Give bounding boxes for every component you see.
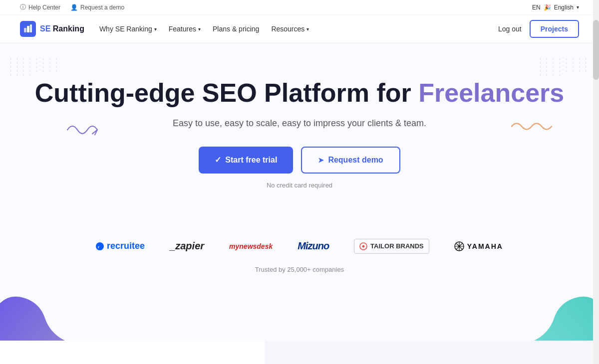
squiggle-right-decoration <box>509 116 559 138</box>
recruitee-logo: r recruitee <box>96 241 145 251</box>
bottom-content-section: The Complete Toolkit to Perfect Your SEO… <box>0 341 599 364</box>
nav-why[interactable]: Why SE Ranking ▾ <box>99 25 157 33</box>
nav-resources[interactable]: Resources ▾ <box>271 25 309 33</box>
send-icon: ➤ <box>318 156 324 164</box>
nav-links: Why SE Ranking ▾ Features ▾ Plans & pric… <box>99 25 309 33</box>
top-bar-left: ⓘ Help Center 👤 Request a demo <box>20 3 124 11</box>
nav-left: SE Ranking Why SE Ranking ▾ Features ▾ P… <box>20 21 309 37</box>
help-center-label: Help Center <box>28 4 60 11</box>
flag-icon: 🎉 <box>544 4 551 11</box>
zapier-logo: _zapier <box>170 240 204 252</box>
language-code: EN <box>532 4 541 11</box>
bottom-left-panel: The Complete Toolkit to Perfect Your SEO <box>0 341 265 364</box>
mynewsdesk-logo: mynewsdesk <box>229 242 273 250</box>
blob-spacer <box>0 288 599 341</box>
squiggle-left-decoration <box>65 120 115 142</box>
language-selector[interactable]: EN 🎉 English ▾ <box>532 4 579 11</box>
logos-section: r recruitee _zapier mynewsdesk Mizuno TA… <box>0 214 599 288</box>
bottom-right-panel: Track your SEO progress and make timely … <box>265 341 599 364</box>
tailor-brands-logo: TAILOR BRANDS <box>354 239 429 254</box>
no-credit-text: No credit card required <box>20 182 579 189</box>
svg-text:r: r <box>98 245 99 249</box>
dot-pattern-right <box>540 58 589 76</box>
nav-right: Log out Projects <box>498 20 579 38</box>
nav-features[interactable]: Features ▾ <box>169 25 201 33</box>
brand-logos-row: r recruitee _zapier mynewsdesk Mizuno TA… <box>20 239 579 254</box>
logo-icon <box>20 21 36 37</box>
chevron-why-icon: ▾ <box>154 26 157 32</box>
blob-left <box>0 288 65 341</box>
logo-text: SE Ranking <box>40 24 84 33</box>
scrollbar[interactable] <box>593 0 599 364</box>
nav-pricing[interactable]: Plans & pricing <box>213 25 259 33</box>
language-name: English <box>554 4 574 11</box>
top-bar: ⓘ Help Center 👤 Request a demo EN 🎉 Engl… <box>0 0 599 15</box>
scrollbar-thumb[interactable] <box>593 20 599 80</box>
chevron-down-icon: ▾ <box>577 4 579 10</box>
request-demo-button[interactable]: ➤ Request demo <box>301 147 400 174</box>
svg-point-3 <box>96 242 104 250</box>
mizuno-logo: Mizuno <box>298 240 329 252</box>
svg-rect-0 <box>24 28 26 32</box>
help-center-link[interactable]: ⓘ Help Center <box>20 3 60 11</box>
navbar: SE Ranking Why SE Ranking ▾ Features ▾ P… <box>0 15 599 43</box>
hero-title: Cutting-edge SEO Platform for Freelancer… <box>20 78 579 108</box>
trusted-text: Trusted by 25,000+ companies <box>20 266 579 273</box>
svg-rect-2 <box>30 24 32 32</box>
checkmark-icon: ✓ <box>215 155 221 165</box>
person-icon: 👤 <box>70 4 78 11</box>
blob-right <box>534 288 599 341</box>
request-demo-link[interactable]: 👤 Request a demo <box>70 4 124 11</box>
svg-rect-1 <box>27 26 29 32</box>
request-demo-label: Request a demo <box>80 4 124 11</box>
logout-button[interactable]: Log out <box>498 25 522 33</box>
dot-pattern-left <box>10 58 59 76</box>
chevron-resources-icon: ▾ <box>306 26 309 32</box>
yamaha-logo: YAMAHA <box>454 241 503 251</box>
logo[interactable]: SE Ranking <box>20 21 84 37</box>
hero-buttons: ✓ Start free trial ➤ Request demo <box>20 147 579 174</box>
chevron-features-icon: ▾ <box>198 26 201 32</box>
start-trial-button[interactable]: ✓ Start free trial <box>199 147 293 174</box>
projects-button[interactable]: Projects <box>530 20 579 38</box>
help-icon: ⓘ <box>20 3 26 11</box>
bottom-blobs-area <box>0 288 599 341</box>
hero-section: Cutting-edge SEO Platform for Freelancer… <box>0 43 599 214</box>
